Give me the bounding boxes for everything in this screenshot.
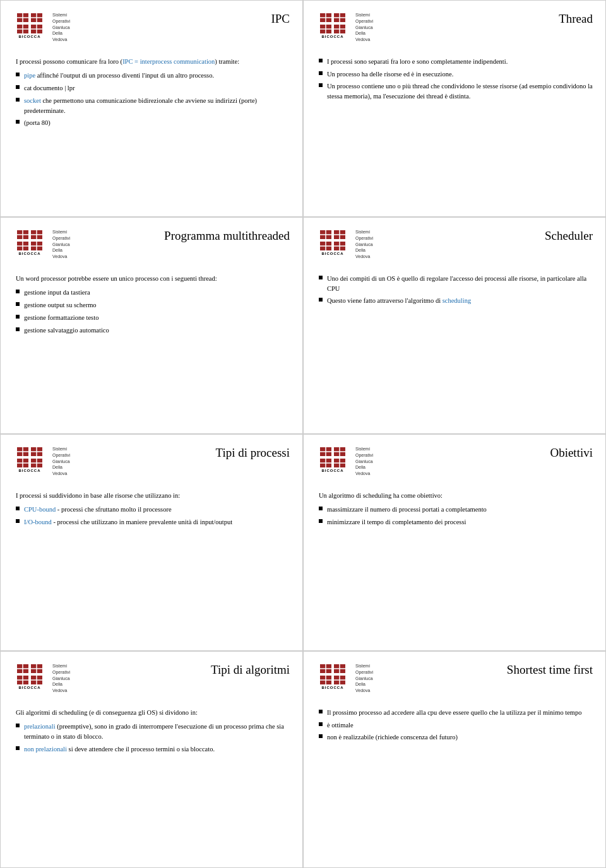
tipi-processi-intro: I processi si suddividono in base alle r… [16,491,290,501]
course-label-scheduler: SistemiOperativi [355,229,373,242]
ipc-cat-text: cat documento | lpr [24,83,75,93]
logo-stf: BICOCCA [316,663,349,689]
multithreaded-text-1: gestione input da tastiera [24,288,90,298]
slide-ipc-meta: SistemiOperativi GianlucaDellaVedova [52,12,70,43]
bullet-icon [16,302,20,306]
instructor-label-tipi-processi: GianlucaDellaVedova [52,459,70,477]
bicocca-label-ipc: BICOCCA [19,35,41,38]
tipi-algoritmi-bullets: prelazionali (preemptive), sono in grado… [16,722,290,754]
bicocca-label-tipi-algoritmi: BICOCCA [19,686,41,689]
slide-scheduler-content: Uno dei compiti di un OS è quello di reg… [316,274,593,306]
scheduler-bullet-2: Questo viene fatto attraverso l'algoritm… [319,296,593,306]
slide-scheduler-header: BICOCCA SistemiOperativi GianlucaDellaVe… [316,229,593,269]
ipc-socket-text: socket che permettono una comunicazione … [24,96,290,116]
bicocca-label-scheduler: BICOCCA [322,252,344,255]
slide-scheduler-title: Scheduler [545,229,593,243]
bicocca-logo-ipc [16,12,44,35]
obiettivi-bullet-1: massimizzare il numero di processi porta… [319,505,593,515]
logo-ipc: BICOCCA [13,12,46,38]
slide-tipi-processi-meta: SistemiOperativi GianlucaDellaVedova [52,446,70,477]
slide-tipi-algoritmi-title: Tipi di algoritmi [211,663,290,677]
bullet-icon [16,98,20,102]
logo-tipi-processi: BICOCCA [13,446,46,472]
thread-bullet-1: I processi sono separati fra loro e sono… [319,57,593,67]
slide-ipc-title: IPC [271,12,290,26]
slide-tipi-algoritmi-meta: SistemiOperativi GianlucaDellaVedova [52,663,70,694]
instructor-label-scheduler: GianlucaDellaVedova [355,242,373,260]
instructor-label-thread: GianlucaDellaVedova [355,25,373,43]
multithreaded-text-3: gestione formattazione testo [24,313,98,323]
ipc-bullet-socket: socket che permettono una comunicazione … [16,96,290,116]
bullet-icon [16,85,20,89]
multithreaded-bullet-1: gestione input da tastiera [16,288,290,298]
slide-stf-title: Shortest time first [507,663,593,677]
scheduler-text-1: Uno dei compiti di un OS è quello di reg… [327,274,593,294]
bullet-icon [319,298,323,302]
stf-bullet-2: è ottimale [319,720,593,730]
slide-multithreaded-meta: SistemiOperativi GianlucaDellaVedova [52,229,70,260]
bicocca-logo-stf [319,663,347,686]
tipi-algoritmi-intro: Gli algoritmi di scheduling (e di conseg… [16,708,290,718]
slide-scheduler-meta: SistemiOperativi GianlucaDellaVedova [355,229,373,260]
bullet-icon [319,710,323,713]
multithreaded-text-2: gestione output su schermo [24,300,97,310]
ipc-bullet-pipe: pipe affinché l'output di un processo di… [16,71,290,81]
bicocca-logo-thread [319,12,347,35]
prelazionali-highlight: prelazionali [24,723,56,730]
slide-tipi-algoritmi: BICOCCA SistemiOperativi GianlucaDellaVe… [0,651,303,868]
slide-multithreaded: BICOCCA SistemiOperativi GianlucaDellaVe… [0,217,303,434]
slide-obiettivi-content: Un algoritmo di scheduling ha come obiet… [316,491,593,527]
logo-thread: BICOCCA [316,12,349,38]
slide-multithreaded-title: Programma multithreaded [164,229,290,243]
bicocca-label-thread: BICOCCA [322,35,344,38]
bicocca-logo-obiettivi [319,446,347,469]
pipe-highlight: pipe [24,72,35,79]
slide-obiettivi-title: Obiettivi [550,446,593,460]
slide-obiettivi-header: BICOCCA SistemiOperativi GianlucaDellaVe… [316,446,593,486]
multithreaded-text-4: gestione salvataggio automatico [24,326,109,336]
slides-grid: BICOCCA SistemiOperativi GianlucaDellaVe… [0,0,606,868]
slide-thread-logo-block: BICOCCA SistemiOperativi GianlucaDellaVe… [316,12,373,43]
obiettivi-bullet-2: minimizzare il tempo di completamento de… [319,517,593,527]
slide-thread-meta: SistemiOperativi GianlucaDellaVedova [355,12,373,43]
bullet-icon [319,83,323,87]
logo-tipi-algoritmi: BICOCCA [13,663,46,689]
bullet-icon [16,519,20,523]
slide-multithreaded-header: BICOCCA SistemiOperativi GianlucaDellaVe… [13,229,290,269]
course-label-tipi-processi: SistemiOperativi [52,446,70,459]
obiettivi-intro: Un algoritmo di scheduling ha come obiet… [319,491,593,501]
obiettivi-text-2: minimizzare il tempo di completamento de… [327,517,466,527]
course-label-multithreaded: SistemiOperativi [52,229,70,242]
ipc-bullet-cat: cat documento | lpr [16,83,290,93]
slide-tipi-algoritmi-content: Gli algoritmi di scheduling (e di conseg… [13,708,290,754]
slide-obiettivi-logo-block: BICOCCA SistemiOperativi GianlucaDellaVe… [316,446,373,477]
stf-bullets: Il prossimo processo ad accedere alla cp… [319,708,593,742]
ipc-bullet-porta: (porta 80) [16,118,290,128]
bullet-icon [16,290,20,293]
course-label-obiettivi: SistemiOperativi [355,446,373,459]
course-label-stf: SistemiOperativi [355,663,373,676]
ipc-porta-text: (porta 80) [24,118,50,128]
slide-tipi-algoritmi-header: BICOCCA SistemiOperativi GianlucaDellaVe… [13,663,290,703]
bullet-icon [16,327,20,331]
slide-thread-content: I processi sono separati fra loro e sono… [316,57,593,102]
bullet-icon [319,722,323,726]
bicocca-logo-tipi-processi [16,446,44,469]
scheduler-bullet-1: Uno dei compiti di un OS è quello di reg… [319,274,593,294]
logo-obiettivi: BICOCCA [316,446,349,472]
slide-ipc-header: BICOCCA SistemiOperativi GianlucaDellaVe… [13,12,290,52]
ipc-highlight: IPC = interprocess communication [122,58,215,65]
bullet-icon [319,276,323,279]
slide-tipi-processi-title: Tipi di processi [215,446,290,460]
tipi-algoritmi-text-1: prelazionali (preemptive), sono in grado… [24,722,290,742]
slide-ipc-logo-block: BICOCCA SistemiOperativi GianlucaDellaVe… [13,12,70,43]
bullet-icon [16,120,20,124]
socket-highlight: socket [24,97,41,104]
tipi-processi-bullet-2: I/O-bound - processi che utilizzano in m… [16,517,290,527]
bullet-icon [16,315,20,319]
non-prelazionali-highlight: non prelazionali [24,746,67,753]
slide-tipi-processi-logo-block: BICOCCA SistemiOperativi GianlucaDellaVe… [13,446,70,477]
stf-text-3: non è realizzabile (richiede conscenza d… [327,732,458,742]
multithreaded-intro: Un word processor potrebbe essere un uni… [16,274,290,284]
multithreaded-bullet-3: gestione formattazione testo [16,313,290,323]
